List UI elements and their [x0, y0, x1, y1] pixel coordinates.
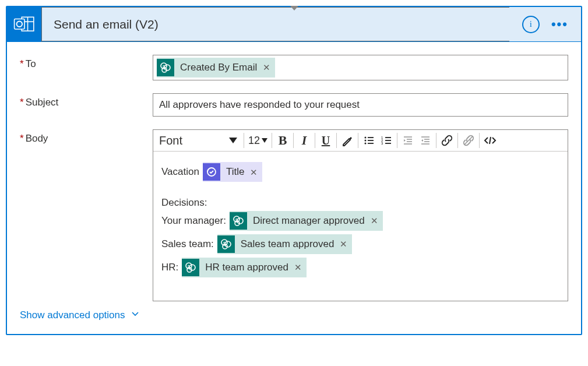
field-row-subject: *Subject All approvers have responded to…: [20, 93, 568, 117]
body-editor: Font 12 B I U: [153, 129, 568, 301]
chevron-down-icon: [262, 138, 267, 143]
svg-line-33: [490, 137, 491, 144]
more-menu-icon[interactable]: •••: [551, 17, 568, 32]
editor-toolbar: Font 12 B I U: [153, 130, 568, 152]
token-remove-icon[interactable]: ✕: [250, 166, 258, 178]
token-remove-icon[interactable]: ✕: [263, 62, 270, 73]
code-view-button[interactable]: [481, 132, 499, 149]
label-to: *To: [20, 55, 153, 70]
action-card: Send an email (V2) i ••• *To S Created B…: [6, 6, 582, 335]
header-actions: i •••: [509, 7, 581, 41]
label-subject: *Subject: [20, 93, 153, 108]
subject-value: All approvers have responded to your req…: [157, 99, 360, 111]
body-line: Decisions:: [161, 196, 559, 210]
svg-point-11: [365, 140, 367, 142]
card-title[interactable]: Send an email (V2): [42, 7, 509, 41]
svg-text:S: S: [163, 65, 165, 68]
sharepoint-icon: S: [217, 235, 235, 253]
increase-indent-button[interactable]: [417, 132, 434, 149]
svg-text:3: 3: [381, 142, 383, 145]
font-size-selector[interactable]: 12: [246, 132, 270, 149]
card-body: *To S Created By Email ✕ *Subject: [7, 42, 581, 334]
svg-marker-26: [404, 139, 406, 142]
svg-point-10: [365, 137, 367, 139]
outlook-icon: [7, 7, 42, 42]
underline-button[interactable]: U: [317, 132, 335, 149]
token-label: Sales team approved: [241, 237, 335, 251]
subject-input[interactable]: All approvers have responded to your req…: [153, 93, 568, 117]
svg-marker-0: [290, 6, 298, 10]
unlink-button[interactable]: [460, 132, 477, 149]
svg-rect-4: [14, 19, 24, 29]
token-remove-icon[interactable]: ✕: [371, 214, 378, 227]
token-label: Title: [226, 165, 245, 179]
body-line: Vacation Title ✕: [161, 162, 559, 182]
chevron-down-icon: [131, 309, 139, 321]
sharepoint-icon: S: [230, 212, 247, 230]
bold-button[interactable]: B: [274, 132, 291, 149]
chevron-down-icon: [229, 138, 237, 143]
body-line: Sales team: S Sales team approved ✕: [161, 234, 559, 254]
token-label: Direct manager approved: [253, 214, 365, 228]
svg-point-12: [365, 143, 367, 145]
decrease-indent-button[interactable]: [399, 132, 417, 149]
color-picker-button[interactable]: [339, 132, 356, 149]
italic-button[interactable]: I: [295, 132, 313, 149]
to-input[interactable]: S Created By Email ✕: [153, 55, 568, 80]
label-body: *Body: [20, 129, 153, 145]
token-label: Created By Email: [180, 62, 257, 73]
token-remove-icon[interactable]: ✕: [294, 261, 302, 273]
card-header[interactable]: Send an email (V2) i •••: [7, 7, 581, 42]
svg-text:S: S: [188, 265, 190, 268]
field-row-to: *To S Created By Email ✕: [20, 55, 568, 80]
body-line: HR: S HR team approved ✕: [161, 258, 559, 277]
field-row-body: *Body Font 12 B I: [20, 129, 568, 301]
token-created-by-email[interactable]: S Created By Email ✕: [157, 58, 275, 78]
token-title[interactable]: Title ✕: [203, 162, 263, 182]
svg-marker-31: [421, 139, 423, 142]
token-sales-team-approved[interactable]: S Sales team approved ✕: [217, 234, 353, 254]
body-content-area[interactable]: Vacation Title ✕ Decisions:: [153, 152, 568, 301]
info-icon[interactable]: i: [522, 16, 540, 33]
bulleted-list-button[interactable]: [360, 132, 378, 149]
token-remove-icon[interactable]: ✕: [340, 238, 347, 250]
svg-text:S: S: [223, 241, 226, 245]
arrow-indicator-icon: [290, 6, 298, 10]
link-button[interactable]: [438, 132, 456, 149]
show-advanced-options-link[interactable]: Show advanced options: [20, 309, 139, 321]
numbered-list-button[interactable]: 123: [378, 132, 395, 149]
svg-text:S: S: [235, 218, 238, 221]
sharepoint-icon: S: [157, 59, 174, 76]
token-hr-team-approved[interactable]: S HR team approved ✕: [182, 258, 307, 277]
approvals-icon: [203, 163, 220, 181]
token-label: HR team approved: [205, 261, 288, 274]
body-line: Your manager: S Direct manager approved …: [161, 211, 559, 231]
font-selector[interactable]: Font: [154, 132, 242, 149]
token-direct-manager-approved[interactable]: S Direct manager approved ✕: [230, 211, 383, 231]
sharepoint-icon: S: [182, 259, 199, 276]
